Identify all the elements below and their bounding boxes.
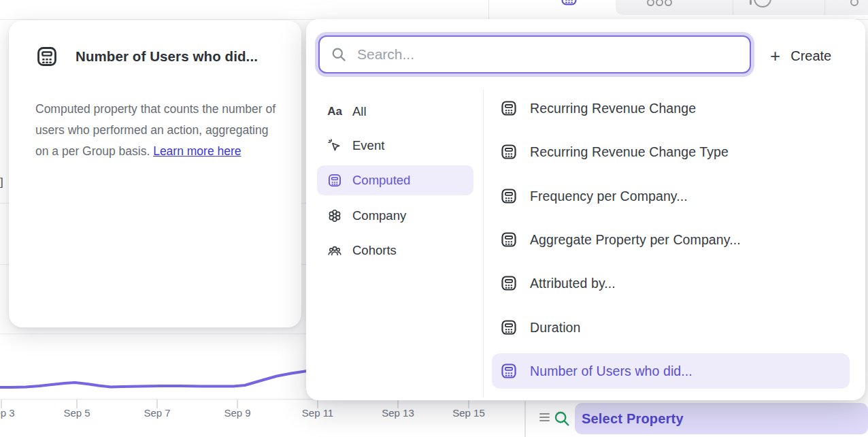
result-label: Attributed by... <box>530 276 616 291</box>
tooltip-header: Number of Users who did... <box>35 45 276 68</box>
result-recurring-revenue-change-type[interactable]: Recurring Revenue Change Type <box>492 134 850 169</box>
property-tooltip-card: Number of Users who did... Computed prop… <box>9 20 301 327</box>
search-input[interactable] <box>356 46 750 63</box>
background-text-fragment: ] <box>0 176 3 189</box>
circles-icon <box>665 0 672 6</box>
panel-divider <box>483 90 484 398</box>
tooltip-title: Number of Users who did... <box>76 48 258 65</box>
result-aggregate-property-per-company[interactable]: Aggregate Property per Company... <box>492 222 850 257</box>
tab-3[interactable] <box>733 0 825 15</box>
result-recurring-revenue-change[interactable]: Recurring Revenue Change <box>492 91 850 126</box>
result-attributed-by[interactable]: Attributed by... <box>492 265 850 301</box>
search-icon-green <box>553 410 571 427</box>
circles-icon <box>647 0 654 6</box>
category-all[interactable]: Aa All <box>317 97 473 127</box>
calculator-icon <box>500 362 518 380</box>
cursor-click-icon <box>327 138 342 153</box>
result-label: Duration <box>530 320 581 336</box>
cohorts-people-icon <box>327 243 342 258</box>
calculator-icon <box>500 231 518 248</box>
category-label: Computed <box>352 173 410 188</box>
result-label: Aggregate Property per Company... <box>530 232 741 248</box>
calculator-icon <box>500 319 518 336</box>
drag-handle-icon[interactable] <box>539 413 550 421</box>
result-label: Recurring Revenue Change <box>530 101 696 116</box>
calculator-icon <box>500 274 518 292</box>
result-label: Frequency per Company... <box>530 189 688 204</box>
loop-icon <box>754 0 771 7</box>
loop-icon <box>750 0 752 5</box>
svg-text:Sep 3: Sep 3 <box>0 407 15 419</box>
calculator-icon <box>500 187 518 205</box>
background-divider <box>0 334 307 334</box>
create-button-label: Create <box>790 48 831 64</box>
select-property-label: Select Property <box>582 411 684 427</box>
learn-more-link[interactable]: Learn more here <box>153 144 241 158</box>
calculator-icon <box>560 0 578 7</box>
calculator-icon <box>500 143 518 161</box>
create-button[interactable]: + Create <box>766 45 852 67</box>
plus-icon: + <box>770 47 780 65</box>
svg-text:Sep 7: Sep 7 <box>144 407 170 419</box>
calculator-icon <box>500 99 518 117</box>
tooltip-description: Computed property that counts the number… <box>35 99 279 162</box>
tab-computed-active[interactable] <box>524 0 616 15</box>
calculator-icon <box>327 173 342 188</box>
svg-text:Sep 9: Sep 9 <box>224 407 250 419</box>
svg-text:Sep 15: Sep 15 <box>452 407 485 419</box>
topbar-vertical-divider <box>488 0 489 19</box>
search-box <box>318 35 751 74</box>
result-label: Recurring Revenue Change Type <box>530 144 729 160</box>
svg-text:Sep 13: Sep 13 <box>382 407 414 419</box>
select-property-field[interactable]: Select Property <box>575 403 868 434</box>
calculator-icon <box>35 45 59 68</box>
svg-text:Sep 5: Sep 5 <box>63 407 90 419</box>
result-label: Number of Users who did... <box>530 363 692 379</box>
property-picker-panel: + Create Aa All Event Computed Company C… <box>306 19 865 400</box>
tab-2[interactable] <box>616 0 733 15</box>
company-cluster-icon <box>327 208 342 223</box>
category-event[interactable]: Event <box>317 131 473 161</box>
category-label: All <box>352 104 367 119</box>
category-cohorts[interactable]: Cohorts <box>317 236 473 265</box>
category-computed[interactable]: Computed <box>317 165 473 195</box>
circles-icon <box>656 0 663 6</box>
result-frequency-per-company[interactable]: Frequency per Company... <box>492 178 850 214</box>
tab-4[interactable] <box>824 0 868 15</box>
result-duration[interactable]: Duration <box>492 310 850 345</box>
category-company[interactable]: Company <box>317 201 473 231</box>
query-row-divider <box>524 401 526 437</box>
aa-text-icon: Aa <box>327 105 342 118</box>
result-number-of-users-who-did[interactable]: Number of Users who did... <box>492 353 850 389</box>
svg-text:Sep 11: Sep 11 <box>302 407 333 419</box>
dot-icon <box>850 0 858 6</box>
category-label: Cohorts <box>352 243 397 258</box>
metric-tabs-bar <box>524 0 868 19</box>
category-label: Event <box>352 138 384 153</box>
search-icon <box>331 46 347 63</box>
category-label: Company <box>352 208 406 223</box>
